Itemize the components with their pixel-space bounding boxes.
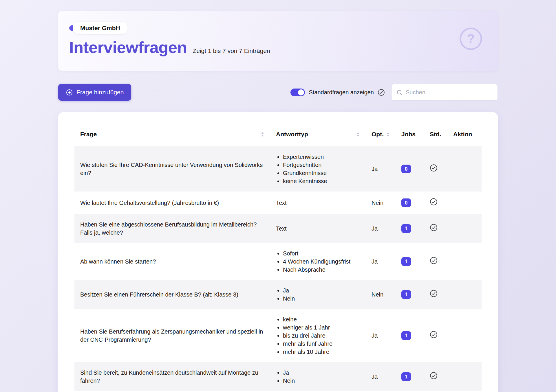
column-header-antworttyp[interactable]: Antworttyp — [270, 131, 366, 146]
header-card: Muster GmbH Interviewfragen Zeigt 1 bis … — [58, 11, 498, 71]
optional-cell: Ja — [366, 214, 396, 243]
entries-count-text: Zeigt 1 bis 7 von 7 Einträgen — [193, 47, 270, 54]
action-cell — [447, 243, 482, 280]
column-header-jobs: Jobs — [396, 131, 424, 146]
standard-cell — [424, 362, 447, 391]
jobs-count-badge: 1 — [401, 257, 411, 266]
plus-circle-icon — [66, 89, 73, 96]
column-header-aktion: Aktion — [447, 131, 482, 146]
jobs-cell: 0 — [396, 192, 424, 214]
answer-options-list: JaNein — [276, 286, 360, 303]
jobs-cell: 1 — [396, 243, 424, 280]
answer-option: Nein — [283, 377, 360, 385]
jobs-count-badge: 1 — [401, 290, 411, 299]
table-row: Besitzen Sie einen Führerschein der Klas… — [74, 280, 482, 309]
company-name: Muster GmbH — [73, 22, 128, 34]
answer-type-cell: ExpertenwissenFortgeschrittenGrundkenntn… — [270, 146, 366, 192]
answer-option: 4 Wochen Kündigungsfrist — [283, 257, 360, 266]
jobs-count-badge: 0 — [401, 165, 411, 173]
table-row: Wie lautet Ihre Gehaltsvorstellung? (Jah… — [74, 192, 482, 214]
table-row: Haben Sie Berufserfahrung als Zerspanung… — [74, 309, 482, 362]
answer-type-cell: JaNein — [270, 362, 366, 391]
sort-icon — [386, 132, 390, 137]
question-cell: Wie stufen Sie Ihre CAD-Kenntnisse unter… — [74, 146, 270, 192]
jobs-cell: 1 — [396, 309, 424, 362]
optional-cell: Ja — [366, 309, 396, 362]
jobs-cell: 0 — [396, 146, 424, 192]
check-circle-icon — [430, 257, 438, 264]
column-header-frage[interactable]: Frage — [74, 131, 270, 146]
svg-text:?: ? — [467, 32, 475, 46]
answer-option: Fortgeschritten — [283, 161, 360, 169]
add-question-button[interactable]: Frage hinzufügen — [58, 84, 131, 101]
standard-cell — [424, 146, 447, 192]
jobs-count-badge: 0 — [401, 198, 411, 207]
standard-questions-toggle[interactable] — [290, 89, 305, 96]
jobs-count-badge: 1 — [401, 331, 411, 340]
question-cell: Sind Sie bereit, zu Kundeneinsätzen deut… — [74, 362, 270, 391]
answer-option: Ja — [283, 369, 360, 377]
optional-cell: Ja — [366, 243, 396, 280]
check-circle-icon — [430, 331, 438, 338]
question-cell: Besitzen Sie einen Führerschein der Klas… — [74, 280, 270, 309]
check-circle-icon — [430, 372, 438, 380]
column-label: Opt. — [372, 131, 384, 138]
answer-option: Ja — [283, 286, 360, 295]
optional-cell: Ja — [366, 362, 396, 391]
action-cell — [447, 309, 482, 362]
toolbar-right: Standardfragen anzeigen — [290, 84, 498, 101]
jobs-count-badge: 1 — [401, 224, 411, 233]
column-label: Std. — [430, 131, 441, 138]
jobs-cell: 1 — [396, 362, 424, 391]
optional-cell: Nein — [366, 280, 396, 309]
column-header-opt[interactable]: Opt. — [366, 131, 396, 146]
answer-type-cell: JaNein — [270, 280, 366, 309]
standard-cell — [424, 309, 447, 362]
action-cell — [447, 214, 482, 243]
action-cell — [447, 146, 482, 192]
optional-cell: Ja — [366, 146, 396, 192]
answer-options-list: ExpertenwissenFortgeschrittenGrundkenntn… — [276, 153, 360, 185]
optional-cell: Nein — [366, 192, 396, 214]
check-circle-icon — [430, 164, 438, 172]
questions-table: Frage Antworttyp Opt. JobsStd.Aktion Wie… — [74, 131, 482, 391]
column-label: Antworttyp — [276, 131, 308, 138]
answer-option: Nein — [283, 295, 360, 303]
question-cell: Haben Sie eine abgeschlossene Berufsausb… — [74, 214, 270, 243]
check-circle-icon — [430, 198, 438, 206]
check-circle-icon — [378, 89, 385, 96]
check-circle-icon — [430, 224, 438, 231]
column-header-std: Std. — [424, 131, 447, 146]
page-title: Interviewfragen — [69, 38, 187, 57]
answer-options-list: keineweniger als 1 Jahrbis zu drei Jahre… — [276, 315, 360, 356]
answer-option: mehr als 10 Jahre — [283, 348, 360, 356]
add-question-label: Frage hinzufügen — [76, 89, 124, 96]
answer-options-list: Sofort4 Wochen KündigungsfristNach Abspr… — [276, 249, 360, 274]
table-row: Wie stufen Sie Ihre CAD-Kenntnisse unter… — [74, 146, 482, 192]
answer-option: keine — [283, 315, 360, 323]
table-header-row: Frage Antworttyp Opt. JobsStd.Aktion — [74, 131, 482, 146]
table-row: Haben Sie eine abgeschlossene Berufsausb… — [74, 214, 482, 243]
search-input[interactable] — [406, 89, 493, 96]
answer-option: weniger als 1 Jahr — [283, 323, 360, 332]
question-cell: Wie lautet Ihre Gehaltsvorstellung? (Jah… — [74, 192, 270, 214]
answer-option: bis zu drei Jahre — [283, 332, 360, 340]
page: Muster GmbH Interviewfragen Zeigt 1 bis … — [58, 0, 498, 392]
jobs-count-badge: 1 — [401, 372, 411, 381]
toggle-thumb — [298, 89, 304, 95]
answer-options-list: JaNein — [276, 369, 360, 385]
answer-option: mehr als fünf Jahre — [283, 340, 360, 348]
help-icon[interactable]: ? — [459, 27, 483, 52]
answer-type-cell: Text — [270, 214, 366, 243]
toggle-label: Standardfragen anzeigen — [309, 89, 374, 96]
jobs-cell: 1 — [396, 280, 424, 309]
standard-cell — [424, 280, 447, 309]
questions-table-card: Frage Antworttyp Opt. JobsStd.Aktion Wie… — [58, 112, 498, 392]
sort-icon — [356, 132, 360, 137]
answer-option: Grundkenntnisse — [283, 169, 360, 177]
search-icon — [396, 89, 403, 96]
action-cell — [447, 362, 482, 391]
jobs-cell: 1 — [396, 214, 424, 243]
standard-questions-toggle-group: Standardfragen anzeigen — [290, 89, 385, 96]
column-label: Frage — [80, 131, 97, 138]
